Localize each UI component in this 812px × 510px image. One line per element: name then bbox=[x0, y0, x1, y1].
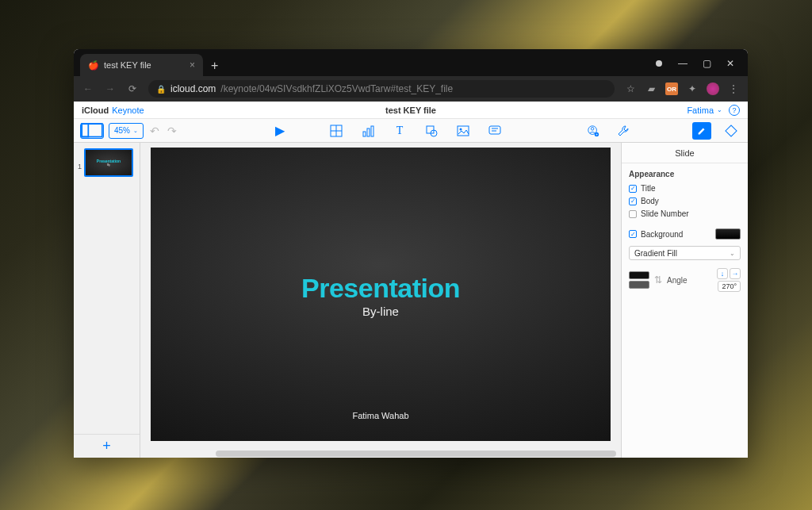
svg-rect-0 bbox=[82, 124, 102, 136]
play-button[interactable]: ▶ bbox=[275, 123, 285, 138]
close-tab-icon[interactable]: × bbox=[190, 59, 195, 71]
slide-canvas-area[interactable]: Presentation By-line Fatima Wahab bbox=[140, 143, 621, 458]
svg-rect-6 bbox=[367, 128, 370, 136]
angle-label: Angle bbox=[667, 276, 688, 285]
add-slide-button[interactable]: + bbox=[74, 434, 140, 458]
thumbnail-index: 1 bbox=[78, 148, 82, 177]
svg-point-16 bbox=[591, 127, 594, 130]
playtag-icon[interactable]: ▰ bbox=[645, 82, 657, 95]
slide-title[interactable]: Presentation bbox=[151, 273, 611, 304]
background-swatch[interactable] bbox=[715, 228, 741, 240]
lock-icon: 🔒 bbox=[156, 85, 166, 94]
icloud-header: iCloud Keynote test KEY file Fatima ⌄ ? bbox=[74, 102, 748, 119]
chevron-down-icon: ⌄ bbox=[717, 106, 722, 113]
horizontal-scrollbar[interactable] bbox=[216, 451, 616, 457]
format-button[interactable] bbox=[692, 122, 711, 140]
chart-button[interactable] bbox=[358, 122, 378, 140]
fill-type-select[interactable]: Gradient Fill ⌄ bbox=[629, 246, 741, 260]
insert-tools: T bbox=[326, 122, 505, 140]
angle-down-button[interactable]: ↓ bbox=[717, 268, 728, 279]
puzzle-icon[interactable]: ✦ bbox=[686, 82, 699, 95]
tab-title: test KEY file bbox=[104, 60, 151, 70]
inspector-tab-slide[interactable]: Slide bbox=[622, 143, 748, 163]
svg-rect-7 bbox=[371, 126, 373, 136]
back-button[interactable]: ← bbox=[82, 82, 94, 95]
new-tab-button[interactable]: + bbox=[203, 59, 226, 76]
fill-type-value: Gradient Fill bbox=[634, 249, 677, 258]
forward-button[interactable]: → bbox=[104, 82, 117, 95]
text-button[interactable]: T bbox=[389, 122, 410, 140]
slide[interactable]: Presentation By-line Fatima Wahab bbox=[151, 148, 611, 441]
address-bar: ← → ⟳ 🔒 icloud.com/keynote/04wSIVsdkhfZL… bbox=[74, 76, 748, 102]
shape-button[interactable] bbox=[421, 122, 442, 140]
slide-navigator: 1 Presentation By + bbox=[74, 143, 140, 458]
help-button[interactable]: ? bbox=[729, 105, 740, 116]
user-menu[interactable]: Fatima ⌄ bbox=[687, 105, 722, 115]
title-checkbox[interactable]: ✓Title bbox=[629, 184, 741, 193]
tab-strip: 🍎 test KEY file × + — ▢ ✕ bbox=[74, 49, 748, 76]
slide-number-checkbox[interactable]: Slide Number bbox=[629, 209, 741, 218]
slide-author[interactable]: Fatima Wahab bbox=[151, 411, 611, 420]
svg-rect-5 bbox=[363, 132, 366, 136]
body-checkbox[interactable]: ✓Body bbox=[629, 197, 741, 205]
angle-right-button[interactable]: → bbox=[730, 268, 741, 279]
animate-button[interactable] bbox=[721, 122, 741, 140]
star-icon[interactable]: ☆ bbox=[624, 82, 637, 95]
image-button[interactable] bbox=[453, 122, 473, 140]
profile-avatar[interactable] bbox=[707, 82, 719, 95]
zoom-select[interactable]: 45% ⌄ bbox=[109, 123, 144, 139]
minimize-button[interactable]: — bbox=[676, 57, 689, 70]
view-mode-button[interactable] bbox=[80, 123, 104, 139]
angle-value-field[interactable]: 270° bbox=[718, 281, 741, 292]
svg-rect-8 bbox=[427, 126, 434, 133]
appearance-section-label: Appearance bbox=[629, 170, 741, 178]
kebab-menu-icon[interactable]: ⋮ bbox=[727, 82, 740, 95]
window-controls: — ▢ ✕ bbox=[653, 57, 748, 76]
document-title: test KEY file bbox=[385, 105, 436, 115]
chevron-down-icon: ⌄ bbox=[133, 128, 138, 134]
zoom-value: 45% bbox=[114, 126, 130, 135]
thumbnail-item[interactable]: 1 Presentation By bbox=[74, 143, 140, 182]
browser-window: 🍎 test KEY file × + — ▢ ✕ ← → ⟳ 🔒 icloud… bbox=[74, 49, 748, 458]
brand-label: iCloud bbox=[82, 105, 109, 115]
user-name: Fatima bbox=[687, 105, 714, 115]
close-window-button[interactable]: ✕ bbox=[724, 57, 737, 70]
format-inspector: Slide Appearance ✓Title ✓Body Slide Numb… bbox=[621, 143, 748, 458]
maximize-button[interactable]: ▢ bbox=[700, 57, 713, 70]
work-area: 1 Presentation By + Presentation By-line… bbox=[74, 143, 748, 458]
app-label[interactable]: Keynote bbox=[112, 105, 144, 115]
swap-stops-icon[interactable]: ⇅ bbox=[654, 274, 662, 286]
background-checkbox[interactable]: ✓Background bbox=[629, 230, 683, 239]
extension-or-icon[interactable]: OR bbox=[665, 82, 678, 95]
svg-point-11 bbox=[460, 128, 462, 130]
gradient-stop-1[interactable] bbox=[629, 271, 649, 279]
table-button[interactable] bbox=[326, 122, 347, 140]
url-host: icloud.com bbox=[170, 83, 216, 94]
toolbar-extensions: ☆ ▰ OR ✦ ⋮ bbox=[624, 82, 740, 95]
chevron-down-icon: ⌄ bbox=[730, 250, 735, 257]
undo-button[interactable]: ↶ bbox=[148, 125, 161, 137]
svg-rect-12 bbox=[489, 126, 500, 134]
svg-text:+: + bbox=[596, 132, 598, 136]
svg-rect-1 bbox=[82, 124, 88, 136]
url-field[interactable]: 🔒 icloud.com/keynote/04wSIVsdkhfZLiXOz5V… bbox=[148, 80, 615, 98]
thumbnail-preview[interactable]: Presentation By bbox=[84, 148, 133, 177]
comment-button[interactable] bbox=[485, 122, 505, 140]
url-path: /keynote/04wSIVsdkhfZLiXOz5VwdTarw#test_… bbox=[220, 83, 453, 94]
apple-icon: 🍎 bbox=[88, 60, 99, 71]
keynote-toolbar: 45% ⌄ ↶ ↷ ▶ T + bbox=[74, 119, 748, 143]
reload-button[interactable]: ⟳ bbox=[126, 82, 139, 95]
gradient-stop-2[interactable] bbox=[629, 281, 649, 289]
collaborate-button[interactable]: + bbox=[583, 122, 603, 140]
redo-button[interactable]: ↷ bbox=[166, 125, 178, 137]
svg-rect-19 bbox=[726, 125, 737, 136]
record-icon[interactable] bbox=[653, 57, 665, 70]
slide-byline[interactable]: By-line bbox=[151, 305, 611, 318]
tools-button[interactable] bbox=[613, 122, 634, 140]
browser-tab[interactable]: 🍎 test KEY file × bbox=[80, 54, 203, 76]
